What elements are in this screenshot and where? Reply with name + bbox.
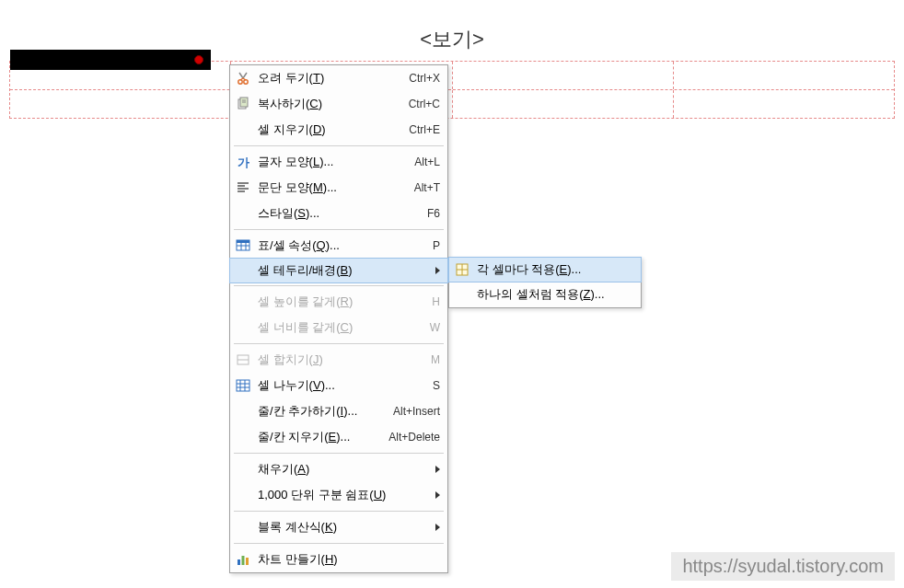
svg-text:가: 가 [238,156,249,169]
menu-separator [234,285,444,286]
menu-item-6[interactable]: 스타일(S)...F6 [230,201,447,226]
split-icon [234,376,252,395]
document-area: <보기> [9,26,895,119]
menu-item-1[interactable]: 복사하기(C)Ctrl+C [230,91,447,117]
menu-item-shortcut: H [432,295,440,308]
blank [234,460,252,478]
blank [234,204,252,223]
menu-item-0[interactable]: 오려 두기(T)Ctrl+X [230,65,447,91]
svg-rect-12 [237,240,249,243]
menu-item-4[interactable]: 가글자 모양(L)...Alt+L [230,149,447,175]
submenu-item-0[interactable]: 각 셀마다 적용(E)... [448,257,642,282]
menu-item-label: 줄/칸 추가하기(I)... [258,403,386,420]
menu-separator [234,343,444,344]
menu-item-label: 셀 높이를 같게(R) [258,294,424,310]
menu-item-label: 채우기(A) [258,461,430,478]
blank [234,518,252,536]
menu-item-shortcut: S [433,379,440,392]
menu-item-label: 오려 두기(T) [258,70,401,86]
submenu-item-label: 각 셀마다 적용(E)... [477,261,633,278]
menu-item-19[interactable]: 채우기(A) [230,456,447,482]
menu-item-5[interactable]: 문단 모양(M)...Alt+T [230,175,447,201]
menu-item-shortcut: Alt+L [414,156,440,168]
svg-point-0 [238,80,242,84]
menu-item-label: 차트 만들기(H) [258,551,440,568]
menu-item-label: 블록 계산식(K) [258,519,430,536]
para-icon [234,179,252,197]
selected-cell[interactable] [10,50,211,70]
menu-item-label: 셀 나누기(V)... [258,377,425,394]
menu-item-shortcut: Ctrl+E [409,123,440,136]
menu-item-shortcut: Alt+Insert [393,405,440,418]
blank [234,121,252,139]
menu-item-8[interactable]: 표/셀 속성(Q)...P [230,233,447,259]
watermark: https://syudal.tistory.com [671,552,895,581]
menu-separator [234,543,444,544]
svg-rect-25 [246,558,249,565]
menu-separator [234,229,444,230]
svg-rect-24 [242,556,245,565]
blank [234,261,252,280]
cut-icon [234,69,252,87]
submenu: 각 셀마다 적용(E)...하나의 셀처럼 적용(Z)... [448,257,642,308]
menu-item-label: 복사하기(C) [258,96,401,112]
menu-item-shortcut: P [433,239,440,252]
menu-item-label: 셀 너비를 같게(C) [258,319,423,336]
menu-item-shortcut: Ctrl+C [409,98,440,110]
menu-item-14: 셀 합치기(J)M [230,347,447,373]
menu-item-2[interactable]: 셀 지우기(D)Ctrl+E [230,117,447,143]
menu-item-label: 문단 모양(M)... [258,179,407,196]
cursor-dot-icon [194,55,203,64]
menu-separator [234,453,444,454]
blank [234,293,252,311]
merge-icon [234,351,252,369]
menu-item-shortcut: Alt+T [414,181,440,194]
blank [234,402,252,421]
menu-item-label: 표/셀 속성(Q)... [258,237,425,254]
menu-item-label: 셀 지우기(D) [258,121,401,138]
menu-item-22[interactable]: 블록 계산식(K) [230,514,447,540]
submenu-item-1[interactable]: 하나의 셀처럼 적용(Z)... [449,282,641,307]
menu-separator [234,511,444,512]
submenu-arrow-icon [435,466,440,473]
menu-item-label: 셀 합치기(J) [258,352,423,368]
menu-item-label: 셀 테두리/배경(B) [258,262,430,279]
menu-item-label: 줄/칸 지우기(E)... [258,429,381,445]
menu-item-shortcut: Alt+Delete [388,431,440,444]
blank [234,428,252,446]
copy-icon [234,95,252,113]
menu-item-16[interactable]: 줄/칸 추가하기(I)...Alt+Insert [230,398,447,424]
submenu-arrow-icon [435,491,440,499]
menu-item-15[interactable]: 셀 나누기(V)...S [230,373,447,398]
blank [453,285,471,304]
submenu-arrow-icon [435,267,440,274]
menu-separator [234,145,444,146]
table-prop-icon [234,236,252,255]
menu-item-label: 스타일(S)... [258,205,420,222]
submenu-arrow-icon [435,524,440,531]
blank [234,318,252,337]
menu-item-12: 셀 너비를 같게(C)W [230,315,447,340]
chart-icon [234,550,252,569]
menu-item-shortcut: F6 [427,207,440,220]
menu-item-17[interactable]: 줄/칸 지우기(E)...Alt+Delete [230,424,447,450]
svg-rect-23 [238,559,240,565]
blank [234,486,252,504]
submenu-item-label: 하나의 셀처럼 적용(Z)... [477,286,633,303]
menu-item-20[interactable]: 1,000 단위 구분 쉼표(U) [230,482,447,508]
menu-item-24[interactable]: 차트 만들기(H) [230,547,447,572]
svg-rect-18 [237,380,249,391]
context-menu: 오려 두기(T)Ctrl+X복사하기(C)Ctrl+C셀 지우기(D)Ctrl+… [229,64,448,573]
menu-item-shortcut: W [430,321,440,334]
menu-item-shortcut: M [431,353,440,366]
menu-item-shortcut: Ctrl+X [409,72,440,85]
menu-item-label: 1,000 단위 구분 쉼표(U) [258,487,430,503]
char-icon: 가 [234,153,252,171]
svg-point-1 [244,80,248,84]
cell-icon [453,260,471,279]
menu-item-9[interactable]: 셀 테두리/배경(B) [229,258,448,283]
menu-item-11: 셀 높이를 같게(R)H [230,289,447,315]
menu-item-label: 글자 모양(L)... [258,154,407,170]
